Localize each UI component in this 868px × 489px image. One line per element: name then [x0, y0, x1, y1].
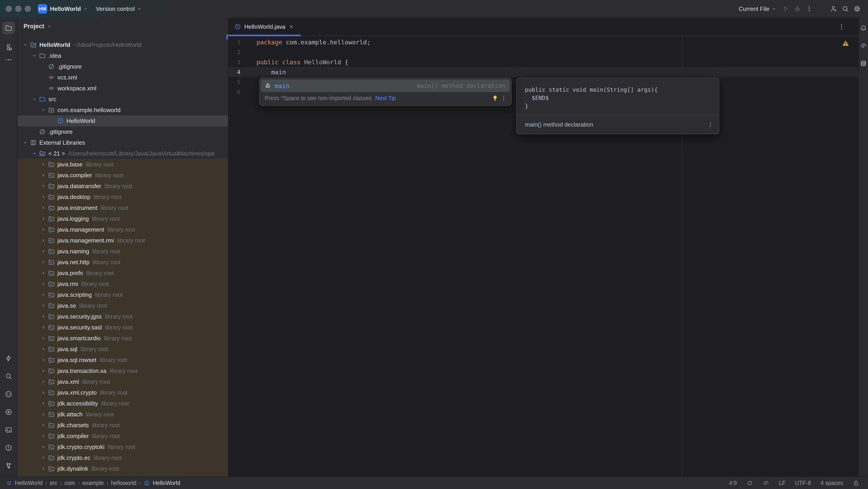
- caret-position-widget[interactable]: 4:9: [729, 480, 737, 486]
- tree-row[interactable]: .gitignore: [18, 61, 228, 72]
- lock-open-icon[interactable]: [852, 480, 859, 487]
- code-line[interactable]: 2: [228, 47, 859, 57]
- tool-stripe-project-button[interactable]: [2, 22, 15, 34]
- tree-row[interactable]: java.se library root: [18, 300, 228, 311]
- chevron-right-icon[interactable]: [39, 346, 48, 352]
- chevron-right-icon[interactable]: [39, 400, 48, 407]
- tree-row[interactable]: java.security.jgss library root: [18, 311, 228, 322]
- tree-row[interactable]: java.xml.crypto library root: [18, 387, 228, 398]
- breadcrumb-item[interactable]: helloworld: [111, 480, 136, 486]
- chevron-right-icon[interactable]: [39, 313, 48, 320]
- chevron-right-icon[interactable]: [39, 172, 48, 179]
- line-separator-widget[interactable]: LF: [779, 480, 785, 486]
- code-line[interactable]: 4 main: [228, 67, 859, 77]
- debug-button[interactable]: [793, 4, 802, 14]
- tool-stripe-database-button[interactable]: [859, 57, 868, 70]
- project-panel-header[interactable]: Project: [18, 18, 228, 35]
- tool-stripe-ai-assistant-button[interactable]: [859, 39, 868, 52]
- tree-row[interactable]: java.xml library root: [18, 376, 228, 387]
- window-close-button[interactable]: [6, 6, 12, 12]
- chevron-right-icon[interactable]: [39, 215, 48, 222]
- chevron-right-icon[interactable]: [39, 204, 48, 211]
- tree-row[interactable]: src: [18, 94, 228, 105]
- chevron-right-icon[interactable]: [39, 422, 48, 429]
- line-number[interactable]: 3: [228, 59, 240, 65]
- inspections-warning-icon[interactable]: [842, 39, 849, 47]
- breadcrumb-item[interactable]: example: [82, 480, 104, 486]
- tree-row[interactable]: java.prefs library root: [18, 267, 228, 279]
- tree-row[interactable]: java.management.rmi library root: [18, 235, 228, 246]
- tool-stripe-services-button[interactable]: [2, 406, 15, 419]
- copilot-icon[interactable]: [763, 480, 769, 487]
- chevron-right-icon[interactable]: [39, 194, 48, 200]
- tree-row[interactable]: com.example.helloworld: [18, 105, 228, 115]
- tree-row[interactable]: < 21 > /Users/helenscott/Library/Java/Ja…: [18, 148, 228, 159]
- tool-stripe-terminal-button[interactable]: [2, 424, 15, 436]
- chevron-down-icon[interactable]: [30, 150, 38, 157]
- chevron-right-icon[interactable]: [39, 226, 48, 233]
- chevron-right-icon[interactable]: [39, 237, 48, 244]
- tree-scrollbar-thumb[interactable]: [226, 34, 228, 39]
- doc-options-kebab-icon[interactable]: [707, 121, 714, 128]
- tree-row[interactable]: java.scripting library root: [18, 289, 228, 300]
- settings-gear-icon[interactable]: [852, 4, 862, 14]
- tree-row[interactable]: HelloWorld ~/IdeaProjects/HelloWorld: [18, 39, 228, 50]
- tree-row[interactable]: jdk.attach library root: [18, 409, 228, 420]
- chevron-right-icon[interactable]: [39, 291, 48, 298]
- lightbulb-icon[interactable]: [492, 95, 498, 102]
- version-control-menu[interactable]: Version control: [96, 5, 142, 12]
- tree-row[interactable]: .gitignore: [18, 126, 228, 137]
- run-configuration-selector[interactable]: Current File: [739, 5, 777, 12]
- code-line[interactable]: 1 package com.example.helloworld;: [228, 37, 859, 47]
- tree-row[interactable]: java.compiler library root: [18, 170, 228, 181]
- more-actions-button[interactable]: [804, 4, 814, 14]
- tool-stripe-notifications-button[interactable]: [859, 22, 868, 34]
- tool-stripe-problems-button[interactable]: [2, 441, 15, 454]
- tree-row[interactable]: workspace.xml: [18, 83, 228, 94]
- chevron-right-icon[interactable]: [39, 161, 48, 168]
- code-with-me-button[interactable]: [829, 4, 839, 14]
- chevron-right-icon[interactable]: [39, 270, 48, 277]
- breadcrumb-item[interactable]: HelloWorld: [15, 480, 42, 486]
- next-tip-link[interactable]: Next Tip: [375, 95, 396, 102]
- tree-row[interactable]: java.rmi library root: [18, 279, 228, 289]
- chevron-right-icon[interactable]: [39, 454, 48, 461]
- chevron-right-icon[interactable]: [39, 356, 48, 363]
- line-number[interactable]: 2: [228, 49, 240, 55]
- tool-stripe-structure-button[interactable]: [2, 41, 15, 53]
- tree-row[interactable]: .idea: [18, 50, 228, 61]
- tree-row[interactable]: External Libraries: [18, 137, 228, 148]
- chevron-right-icon[interactable]: [39, 281, 48, 287]
- tab-close-icon[interactable]: [288, 24, 294, 30]
- search-everywhere-button[interactable]: [840, 4, 850, 14]
- tool-stripe-more-button[interactable]: [2, 53, 15, 66]
- tree-row[interactable]: java.sql.rowset library root: [18, 354, 228, 365]
- chevron-right-icon[interactable]: [39, 378, 48, 385]
- project-menu[interactable]: HelloWorld: [50, 5, 88, 12]
- chevron-right-icon[interactable]: [39, 433, 48, 439]
- window-zoom-button[interactable]: [25, 6, 31, 12]
- tree-row[interactable]: java.management library root: [18, 224, 228, 235]
- chevron-right-icon[interactable]: [39, 183, 48, 190]
- tree-row[interactable]: jdk.dynalink library root: [18, 463, 228, 474]
- tree-row[interactable]: jdk.compiler library root: [18, 431, 228, 441]
- breadcrumb-item[interactable]: src: [50, 480, 57, 486]
- chevron-right-icon[interactable]: [39, 411, 48, 418]
- chevron-down-icon[interactable]: [21, 41, 29, 48]
- tree-row[interactable]: jdk.accessibility library root: [18, 398, 228, 409]
- indent-widget[interactable]: 4 spaces: [820, 480, 843, 486]
- tree-row[interactable]: jdk.charsets library root: [18, 420, 228, 431]
- tree-row[interactable]: java.transaction.xa library root: [18, 365, 228, 376]
- chevron-right-icon[interactable]: [39, 443, 48, 450]
- tree-row[interactable]: CHelloWorld: [18, 115, 228, 126]
- tab-options-kebab-icon[interactable]: [838, 23, 845, 31]
- tree-row[interactable]: java.sql library root: [18, 344, 228, 354]
- tool-stripe-dots-circle-button[interactable]: [2, 388, 15, 401]
- tree-row[interactable]: jdk.crypto.ec library root: [18, 452, 228, 463]
- ai-completion-icon[interactable]: [746, 480, 753, 487]
- chevron-down-icon[interactable]: [39, 107, 48, 113]
- chevron-right-icon[interactable]: [39, 324, 48, 331]
- encoding-widget[interactable]: UTF-8: [795, 480, 811, 486]
- tree-row[interactable]: java.security.sasl library root: [18, 322, 228, 333]
- chevron-right-icon[interactable]: [39, 389, 48, 396]
